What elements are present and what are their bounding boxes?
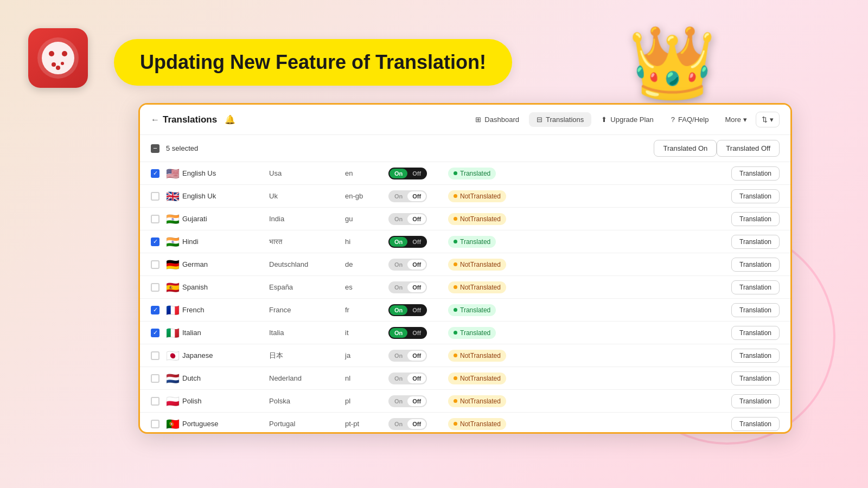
row-toggle-dutch[interactable]: On Off xyxy=(388,373,448,384)
translation-button-english-uk[interactable]: Translation xyxy=(731,189,780,203)
dashboard-label: Dashboard xyxy=(484,115,519,124)
table-row: 🇵🇹 Portuguese Portugal pt-pt On Off NotT… xyxy=(140,413,790,432)
row-checkbox-french[interactable]: ✓ xyxy=(151,306,159,314)
row-checkbox-gujarati[interactable] xyxy=(151,215,159,223)
svg-point-6 xyxy=(56,66,60,70)
svg-point-5 xyxy=(61,62,64,65)
row-status-polish: NotTranslated xyxy=(448,395,535,407)
row-action-english-uk: Translation xyxy=(535,189,780,203)
row-language-japanese: Japanese xyxy=(182,351,269,359)
translation-button-gujarati[interactable]: Translation xyxy=(731,212,780,226)
row-country-french: France xyxy=(269,306,345,314)
row-checkbox-hindi[interactable]: ✓ xyxy=(151,237,159,246)
nav-more-button[interactable]: More ▾ xyxy=(718,112,754,127)
row-toggle-polish[interactable]: On Off xyxy=(388,395,448,407)
row-checkbox-english-us[interactable]: ✓ xyxy=(151,169,159,178)
app-icon-svg xyxy=(36,36,80,80)
row-checkbox-cell xyxy=(151,397,166,406)
row-toggle-english-us[interactable]: On Off xyxy=(388,168,448,179)
row-flag-polish: 🇵🇱 xyxy=(166,395,182,408)
status-dot-spanish xyxy=(454,285,457,289)
row-status-dutch: NotTranslated xyxy=(448,373,535,384)
translation-button-hindi[interactable]: Translation xyxy=(731,235,780,249)
translation-button-japanese[interactable]: Translation xyxy=(731,349,780,363)
row-toggle-english-uk[interactable]: On Off xyxy=(388,190,448,202)
row-status-english-uk: NotTranslated xyxy=(448,190,535,202)
row-toggle-hindi[interactable]: On Off xyxy=(388,236,448,248)
select-all-checkbox[interactable]: − xyxy=(151,144,159,153)
row-code-italian: it xyxy=(345,329,388,337)
row-status-french: Translated xyxy=(448,304,535,316)
table-header: − 5 selected Translated On Translated Of… xyxy=(140,135,790,162)
row-toggle-japanese[interactable]: On Off xyxy=(388,350,448,362)
row-checkbox-polish[interactable] xyxy=(151,397,159,406)
translated-on-button[interactable]: Translated On xyxy=(654,140,717,157)
translation-button-italian[interactable]: Translation xyxy=(731,326,780,340)
row-toggle-french[interactable]: On Off xyxy=(388,304,448,316)
status-dot-polish xyxy=(454,399,457,403)
row-toggle-italian[interactable]: On Off xyxy=(388,327,448,339)
nav-filter-button[interactable]: ⇅ ▾ xyxy=(756,112,780,127)
translation-button-english-us[interactable]: Translation xyxy=(731,166,780,181)
row-language-portuguese: Portuguese xyxy=(182,420,269,428)
nav-item-translations[interactable]: ⊟ Translations xyxy=(529,112,591,127)
bell-icon[interactable]: 🔔 xyxy=(225,114,235,125)
nav-item-faq[interactable]: ? FAQ/Help xyxy=(663,112,717,127)
status-text-portuguese: NotTranslated xyxy=(460,420,501,428)
status-text-french: Translated xyxy=(460,306,490,314)
row-language-gujarati: Gujarati xyxy=(182,215,269,223)
row-checkbox-italian[interactable]: ✓ xyxy=(151,329,159,337)
status-dot-german xyxy=(454,262,457,266)
banner-text: Updating New Feature of Translation! xyxy=(140,51,486,73)
table-row: 🇪🇸 Spanish España es On Off NotTranslate… xyxy=(140,276,790,299)
row-action-dutch: Translation xyxy=(535,371,780,386)
row-status-hindi: Translated xyxy=(448,236,535,248)
row-toggle-gujarati[interactable]: On Off xyxy=(388,213,448,225)
row-status-spanish: NotTranslated xyxy=(448,281,535,293)
translation-button-spanish[interactable]: Translation xyxy=(731,280,780,294)
row-status-japanese: NotTranslated xyxy=(448,350,535,362)
row-code-portuguese: pt-pt xyxy=(345,420,388,428)
status-text-hindi: Translated xyxy=(460,238,490,246)
translated-off-button[interactable]: Translated Off xyxy=(717,140,780,157)
row-code-spanish: es xyxy=(345,283,388,291)
row-toggle-german[interactable]: On Off xyxy=(388,259,448,271)
row-checkbox-german[interactable] xyxy=(151,260,159,269)
translation-button-french[interactable]: Translation xyxy=(731,303,780,317)
row-checkbox-english-uk[interactable] xyxy=(151,192,159,201)
row-country-dutch: Nederland xyxy=(269,374,345,382)
row-toggle-portuguese[interactable]: On Off xyxy=(388,418,448,430)
row-country-german: Deutschland xyxy=(269,260,345,268)
translation-button-german[interactable]: Translation xyxy=(731,258,780,272)
row-flag-english-uk: 🇬🇧 xyxy=(166,190,182,203)
row-language-italian: Italian xyxy=(182,329,269,337)
row-checkbox-cell xyxy=(151,351,166,360)
translation-button-dutch[interactable]: Translation xyxy=(731,371,780,386)
nav-item-upgrade[interactable]: ⬆ Upgrade Plan xyxy=(593,112,661,127)
row-checkbox-dutch[interactable] xyxy=(151,374,159,383)
row-action-italian: Translation xyxy=(535,326,780,340)
row-status-portuguese: NotTranslated xyxy=(448,418,535,430)
dashboard-icon: ⊞ xyxy=(475,115,481,124)
row-flag-gujarati: 🇮🇳 xyxy=(166,213,182,226)
nav-item-dashboard[interactable]: ⊞ Dashboard xyxy=(468,112,527,127)
feature-banner: Updating New Feature of Translation! xyxy=(114,39,512,86)
selected-count: 5 selected xyxy=(166,144,654,152)
status-dot-italian xyxy=(454,331,457,335)
row-status-gujarati: NotTranslated xyxy=(448,213,535,225)
row-checkbox-japanese[interactable] xyxy=(151,351,159,360)
row-flag-japanese: 🇯🇵 xyxy=(166,349,182,362)
translation-button-polish[interactable]: Translation xyxy=(731,394,780,408)
row-checkbox-spanish[interactable] xyxy=(151,283,159,292)
row-checkbox-portuguese[interactable] xyxy=(151,420,159,428)
nav-title: Translations xyxy=(163,114,217,125)
back-button[interactable]: ← Translations xyxy=(151,114,220,125)
row-toggle-spanish[interactable]: On Off xyxy=(388,281,448,293)
row-language-polish: Polish xyxy=(182,397,269,405)
row-language-english-uk: English Uk xyxy=(182,192,269,200)
translation-button-portuguese[interactable]: Translation xyxy=(731,417,780,431)
faq-label: FAQ/Help xyxy=(678,115,709,124)
row-checkbox-cell: ✓ xyxy=(151,169,166,178)
table-row: 🇩🇪 German Deutschland de On Off NotTrans… xyxy=(140,253,790,276)
status-text-spanish: NotTranslated xyxy=(460,284,501,291)
